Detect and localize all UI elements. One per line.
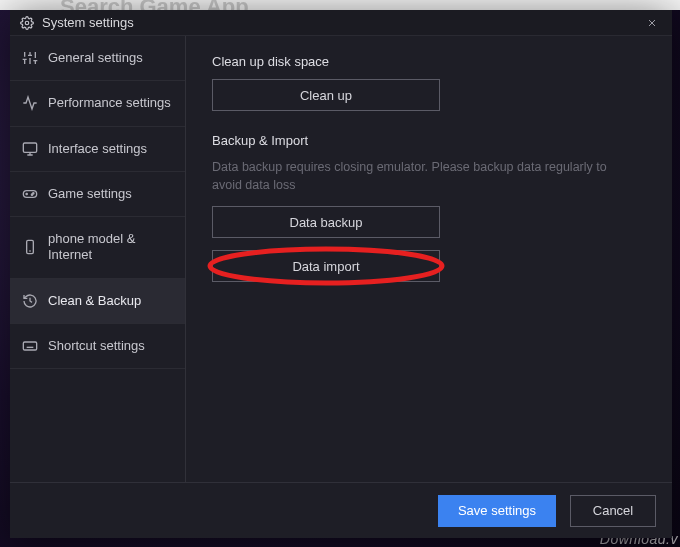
close-button[interactable] [640,13,664,33]
monitor-icon [22,141,38,157]
history-icon [22,293,38,309]
backup-section-title: Backup & Import [212,133,646,148]
content-panel: Clean up disk space Clean up Backup & Im… [186,36,672,482]
backup-help-text: Data backup requires closing emulator. P… [212,158,632,194]
sidebar-item-label: Clean & Backup [48,293,141,309]
settings-sidebar: General settings Performance settings In… [10,36,186,482]
dialog-footer: Save settings Cancel [10,482,672,538]
sidebar-item-game[interactable]: Game settings [10,172,185,217]
cleanup-button[interactable]: Clean up [212,79,440,111]
data-backup-button[interactable]: Data backup [212,206,440,238]
data-import-highlight: Data import [212,250,440,282]
sidebar-item-shortcut[interactable]: Shortcut settings [10,324,185,369]
svg-rect-1 [23,143,36,152]
sidebar-item-label: General settings [48,50,143,66]
sidebar-item-phone-model[interactable]: phone model & Internet [10,217,185,279]
system-settings-dialog: System settings General settings Perform… [10,10,672,538]
smartphone-icon [22,239,38,255]
sidebar-item-interface[interactable]: Interface settings [10,127,185,172]
activity-icon [22,95,38,111]
svg-rect-5 [27,241,34,254]
background-header-text: Search Game App [60,0,249,10]
sidebar-item-label: Game settings [48,186,132,202]
sidebar-item-label: Interface settings [48,141,147,157]
sliders-icon [22,50,38,66]
dialog-titlebar: System settings [10,10,672,36]
dialog-title: System settings [42,15,134,30]
gamepad-icon [22,186,38,202]
gear-icon [20,16,34,30]
sidebar-item-label: Performance settings [48,95,171,111]
sidebar-item-label: Shortcut settings [48,338,145,354]
svg-point-0 [25,21,29,25]
cleanup-section-title: Clean up disk space [212,54,646,69]
background-app-header: Search Game App [0,0,680,10]
keyboard-icon [22,338,38,354]
sidebar-item-clean-backup[interactable]: Clean & Backup [10,279,185,324]
svg-rect-6 [23,342,36,350]
cancel-button[interactable]: Cancel [570,495,656,527]
sidebar-item-label: phone model & Internet [48,231,173,264]
data-import-button[interactable]: Data import [212,250,440,282]
sidebar-item-performance[interactable]: Performance settings [10,81,185,126]
sidebar-item-general[interactable]: General settings [10,36,185,81]
close-icon [646,17,658,29]
dialog-body: General settings Performance settings In… [10,36,672,482]
svg-point-4 [31,194,32,195]
save-settings-button[interactable]: Save settings [438,495,556,527]
